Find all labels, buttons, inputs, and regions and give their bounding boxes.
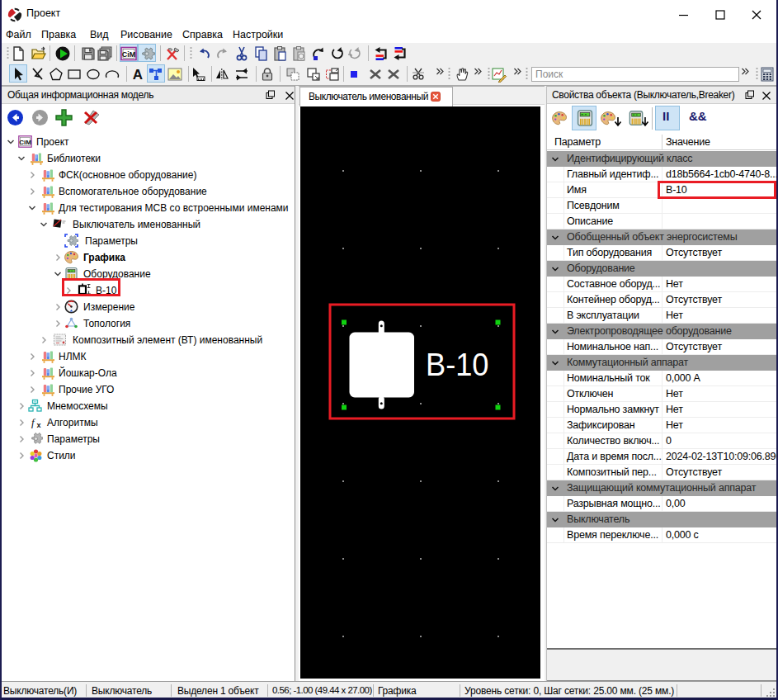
svg-text:A: A bbox=[133, 67, 143, 83]
svg-text:x: x bbox=[37, 421, 41, 429]
svg-text:f: f bbox=[31, 416, 36, 428]
svg-text:CiM: CiM bbox=[19, 139, 31, 146]
svg-text:CiM: CiM bbox=[122, 50, 136, 59]
svg-text:B-10: B-10 bbox=[426, 348, 489, 382]
